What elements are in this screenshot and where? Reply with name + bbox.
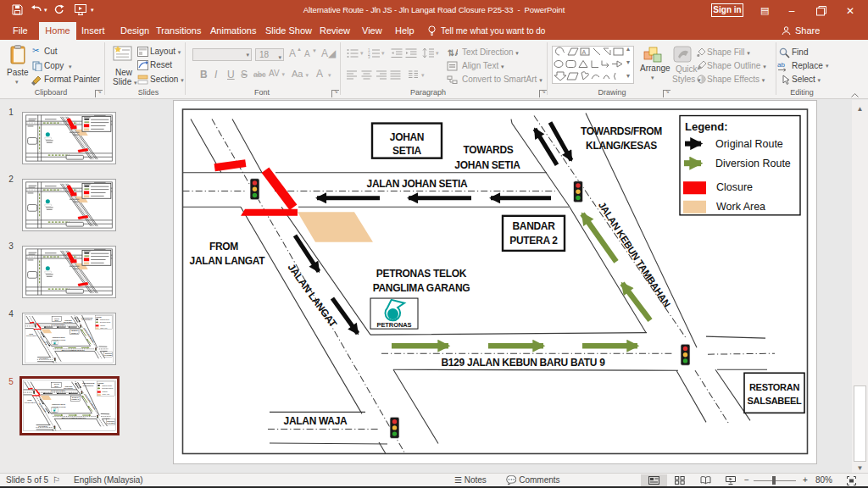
svg-text:A: A <box>582 49 587 55</box>
svg-text:⇅A: ⇅A <box>448 48 458 58</box>
svg-text:ab: ab <box>777 61 785 69</box>
svg-text:3: 3 <box>368 55 370 58</box>
